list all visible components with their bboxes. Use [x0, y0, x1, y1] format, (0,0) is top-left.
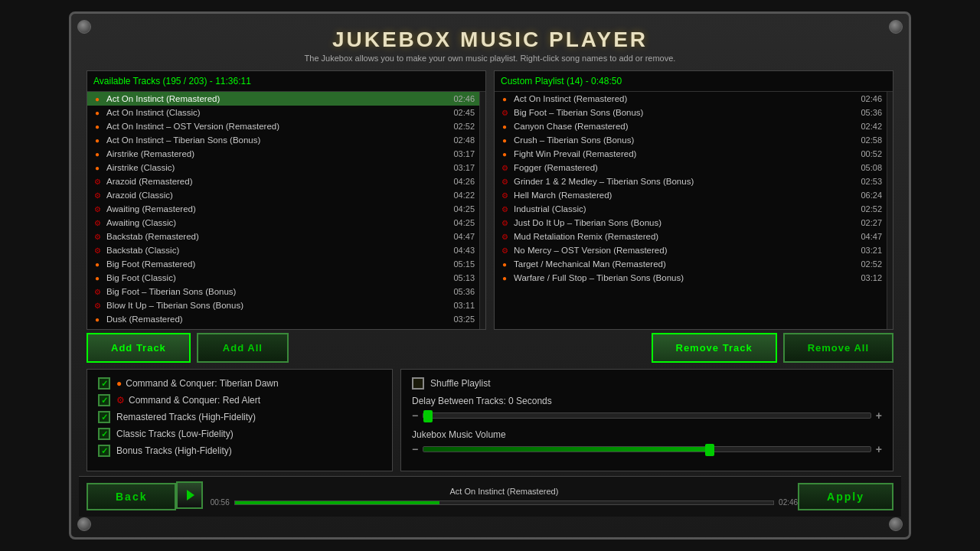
track-time: 02:46: [861, 94, 882, 103]
delay-increase-button[interactable]: +: [876, 409, 882, 422]
available-track-item[interactable]: ⚙Arazoid (Classic)04:22: [87, 188, 479, 202]
add-all-button[interactable]: Add All: [197, 333, 289, 363]
volume-slider-track[interactable]: [423, 446, 871, 452]
ra-icon: ⚙: [499, 204, 510, 214]
custom-track-item[interactable]: ⚙Just Do It Up – Tiberian Sons (Bonus)02…: [495, 216, 887, 230]
remove-all-button[interactable]: Remove All: [783, 333, 893, 363]
add-track-button[interactable]: Add Track: [87, 333, 191, 363]
track-name: Target / Mechanical Man (Remastered): [514, 259, 854, 269]
track-time: 05:15: [453, 259, 475, 269]
available-track-item[interactable]: ⚙Arazoid (Remastered)04:26: [87, 174, 479, 188]
track-time: 05:36: [861, 108, 882, 117]
track-time: 02:27: [861, 218, 882, 227]
custom-track-item[interactable]: ⚙Mud Retaliation Remix (Remastered)04:47: [495, 230, 887, 243]
custom-track-item[interactable]: ●Canyon Chase (Remastered)02:42: [495, 119, 887, 133]
track-name: Big Foot (Remastered): [106, 259, 447, 269]
track-name: Backstab (Classic): [106, 246, 447, 255]
available-track-item[interactable]: ●Airstrike (Classic)03:17: [87, 161, 479, 174]
filter-checkbox[interactable]: [98, 394, 110, 406]
progress-container: Act On Instinct (Remastered) 00:56 02:46: [211, 487, 798, 507]
play-icon: [187, 490, 194, 500]
available-track-item[interactable]: ●Act On Instinct – OST Version (Remaster…: [87, 119, 479, 133]
custom-track-item[interactable]: ⚙Industrial (Classic)02:52: [495, 202, 887, 216]
custom-track-item[interactable]: ⚙Grinder 1 & 2 Medley – Tiberian Sons (B…: [495, 174, 887, 188]
filter-item: ⚙Command & Conquer: Red Alert: [98, 394, 381, 406]
available-track-item[interactable]: ●Airstrike (Remastered)03:17: [87, 147, 479, 161]
bolt-tl: [77, 20, 91, 34]
filter-item: Bonus Tracks (High-Fidelity): [98, 445, 381, 457]
delay-slider-track[interactable]: [423, 412, 871, 419]
delay-slider-thumb[interactable]: [423, 410, 433, 422]
custom-playlist-scrollbar[interactable]: [887, 92, 893, 329]
available-track-item[interactable]: ●Big Foot (Classic)05:13: [87, 271, 479, 285]
track-name: Arazoid (Remastered): [106, 177, 447, 186]
available-track-item[interactable]: ●Big Foot (Remastered)05:15: [87, 257, 479, 271]
track-name: Backstab (Remastered): [106, 232, 447, 241]
filter-checkbox[interactable]: [98, 428, 110, 440]
available-track-item[interactable]: ●Act On Instinct – Tiberian Sons (Bonus)…: [87, 133, 479, 147]
custom-track-item[interactable]: ⚙Hell March (Remastered)06:24: [495, 188, 887, 202]
td-icon: ●: [499, 148, 510, 159]
custom-track-item[interactable]: ⚙Fogger (Remastered)05:08: [495, 161, 887, 174]
custom-track-item[interactable]: ⚙No Mercy – OST Version (Remastered)03:2…: [495, 243, 887, 257]
custom-track-item[interactable]: ●Target / Mechanical Man (Remastered)02:…: [495, 257, 887, 271]
ra-icon: ⚙: [92, 204, 103, 214]
available-track-item[interactable]: ●Act On Instinct (Remastered)02:46: [87, 92, 479, 106]
filter-label: Classic Tracks (Low-Fidelity): [116, 429, 234, 439]
volume-slider-fill: [423, 447, 714, 452]
app-subtitle: The Jukebox allows you to make your own …: [79, 54, 901, 63]
volume-decrease-button[interactable]: −: [412, 443, 418, 455]
volume-slider-container: − +: [412, 443, 882, 455]
available-track-item[interactable]: ⚙Blow It Up – Tiberian Sons (Bonus)03:11: [87, 298, 479, 312]
filter-checkbox[interactable]: [98, 377, 110, 390]
shuffle-checkbox[interactable]: [412, 377, 424, 390]
available-tracks-scrollbar[interactable]: [479, 92, 485, 329]
track-time: 00:52: [861, 149, 882, 158]
track-name: Just Do It Up – Tiberian Sons (Bonus): [514, 218, 854, 227]
filter-checkbox[interactable]: [98, 411, 110, 423]
now-playing-label: Act On Instinct (Remastered): [450, 487, 559, 496]
apply-button[interactable]: Apply: [798, 483, 893, 510]
right-buttons: Remove Track Remove All: [652, 333, 894, 363]
volume-slider-thumb[interactable]: [705, 444, 714, 456]
track-time: 02:52: [861, 259, 882, 269]
back-button[interactable]: Back: [87, 483, 176, 510]
available-track-item[interactable]: ●Dusk (Remastered)03:25: [87, 312, 479, 326]
delay-decrease-button[interactable]: −: [412, 409, 418, 422]
custom-track-item[interactable]: ⚙Big Foot – Tiberian Sons (Bonus)05:36: [495, 106, 887, 119]
ra-icon: ⚙: [92, 245, 103, 256]
track-time: 05:08: [861, 163, 882, 172]
settings-panel: Shuffle Playlist Delay Between Tracks: 0…: [400, 369, 893, 471]
volume-increase-button[interactable]: +: [876, 443, 882, 455]
td-filter-icon: ●: [116, 378, 122, 389]
custom-track-item[interactable]: ●Act On Instinct (Remastered)02:46: [495, 92, 887, 106]
current-time: 00:56: [211, 498, 230, 507]
remove-track-button[interactable]: Remove Track: [652, 333, 777, 363]
left-buttons: Add Track Add All: [87, 333, 289, 363]
play-pause-button[interactable]: [176, 481, 202, 509]
custom-track-item[interactable]: ●Fight Win Prevail (Remastered)00:52: [495, 147, 887, 161]
filter-checkbox[interactable]: [98, 445, 110, 457]
ra-icon: ⚙: [499, 162, 510, 173]
available-track-item[interactable]: ●Act On Instinct (Classic)02:45: [87, 106, 479, 119]
td-icon: ●: [92, 135, 103, 145]
ra-icon: ⚙: [499, 107, 510, 118]
custom-track-item[interactable]: ●Warfare / Full Stop – Tiberian Sons (Bo…: [495, 271, 887, 285]
ra-icon: ⚙: [499, 245, 510, 256]
track-time: 06:24: [861, 191, 882, 200]
available-track-item[interactable]: ⚙Awaiting (Remastered)04:25: [87, 202, 479, 216]
track-time: 05:36: [453, 287, 475, 296]
filter-label: Remastered Tracks (High-Fidelity): [116, 412, 256, 422]
bolt-br: [889, 517, 903, 531]
track-time: 03:17: [453, 163, 475, 172]
progress-bar[interactable]: [234, 500, 774, 505]
available-track-item[interactable]: ⚙Awaiting (Classic)04:25: [87, 216, 479, 230]
available-track-item[interactable]: ⚙Backstab (Classic)04:43: [87, 243, 479, 257]
track-name: Awaiting (Remastered): [106, 204, 447, 214]
track-name: Fogger (Remastered): [514, 163, 854, 172]
available-track-item[interactable]: ⚙Backstab (Remastered)04:47: [87, 230, 479, 243]
track-time: 03:11: [453, 301, 475, 310]
custom-track-item[interactable]: ●Crush – Tiberian Sons (Bonus)02:58: [495, 133, 887, 147]
available-track-item[interactable]: ⚙Big Foot – Tiberian Sons (Bonus)05:36: [87, 285, 479, 298]
ra-icon: ⚙: [92, 231, 103, 242]
